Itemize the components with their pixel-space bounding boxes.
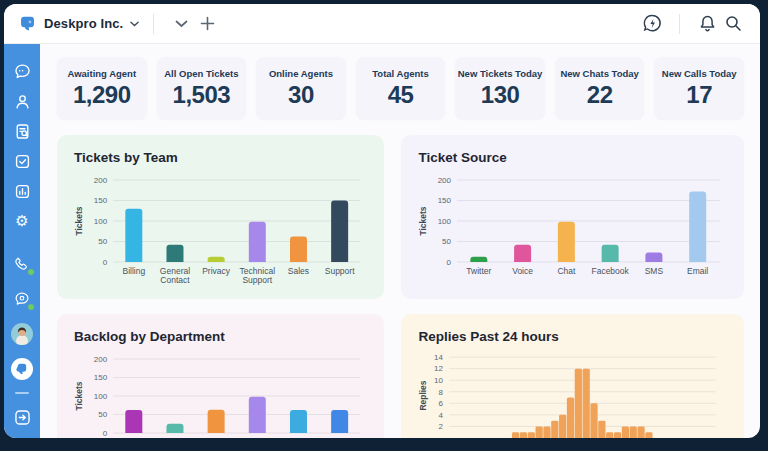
online-status-dot (27, 303, 35, 311)
stat-label: New Calls Today (662, 68, 737, 79)
svg-text:TechnicalSupport: TechnicalSupport (240, 266, 276, 285)
replies-past-24-hours-chart: 2468101214Replies (415, 349, 730, 438)
svg-text:12: 12 (435, 364, 444, 373)
user-avatar[interactable] (8, 319, 36, 349)
check-square-icon (13, 152, 32, 171)
svg-text:GeneralContact: GeneralContact (160, 266, 190, 285)
sidebar-item-agents[interactable] (8, 86, 36, 116)
svg-text:0: 0 (103, 258, 108, 267)
chart-card-ticket-source: Ticket Source 050100150200TicketsTwitter… (401, 135, 744, 299)
svg-text:6: 6 (439, 399, 444, 408)
svg-text:50: 50 (98, 410, 107, 419)
svg-text:50: 50 (98, 237, 107, 246)
svg-text:Tickets: Tickets (74, 381, 84, 410)
tab-dropdown-button[interactable] (168, 11, 194, 37)
svg-text:Replies: Replies (418, 380, 428, 410)
stat-label: Awaiting Agent (67, 68, 136, 79)
plus-icon (200, 16, 215, 31)
quick-actions-button[interactable] (639, 11, 665, 37)
stat-value: 130 (481, 81, 520, 109)
bar-chart-icon (13, 182, 32, 201)
topbar-actions (639, 11, 746, 37)
deskpro-badge[interactable] (8, 354, 36, 384)
svg-text:14: 14 (435, 353, 444, 362)
chevron-down-icon (175, 20, 188, 28)
online-status-dot (27, 268, 35, 276)
deskpro-logo-icon (18, 14, 37, 33)
stat-label: Total Agents (372, 68, 428, 79)
stat-value: 22 (587, 81, 613, 109)
sidebar-item-chat-status[interactable] (8, 284, 36, 314)
svg-text:150: 150 (438, 196, 452, 205)
search-button[interactable] (720, 11, 746, 37)
svg-text:8: 8 (439, 388, 444, 397)
svg-text:100: 100 (438, 217, 452, 226)
ticket-source-chart: 050100150200TicketsTwitterVoiceChatFaceb… (415, 170, 730, 292)
backlog-by-department-chart: 050100150200Tickets (71, 349, 370, 438)
svg-text:Billing: Billing (122, 266, 145, 276)
collapse-sidebar-button[interactable] (8, 402, 36, 432)
svg-text:100: 100 (94, 392, 108, 401)
stat-card-awaiting-agent: Awaiting Agent 1,290 (57, 57, 147, 119)
org-switcher[interactable]: Deskpro Inc. (18, 14, 139, 33)
svg-text:150: 150 (94, 373, 108, 382)
svg-text:100: 100 (94, 217, 108, 226)
org-name: Deskpro Inc. (44, 16, 123, 31)
search-icon (724, 14, 743, 33)
stat-value: 1,503 (173, 81, 231, 109)
dashboard-main: Awaiting Agent 1,290 All Open Tickets 1,… (40, 44, 760, 438)
document-search-icon (13, 122, 32, 141)
stat-label: New Chats Today (560, 68, 638, 79)
charts-grid: Tickets by Team 050100150200TicketsBilli… (57, 135, 744, 438)
svg-text:50: 50 (443, 237, 452, 246)
topbar-divider (153, 14, 154, 34)
stat-card-new-calls-today: New Calls Today 17 (654, 57, 744, 119)
svg-text:200: 200 (438, 176, 452, 185)
chart-card-replies-past-24-hours: Replies Past 24 hours 2468101214Replies (401, 314, 744, 438)
avatar (11, 323, 33, 345)
svg-text:150: 150 (94, 196, 108, 205)
arrow-right-square-icon (13, 408, 32, 427)
svg-text:SMS: SMS (645, 266, 664, 276)
sidebar-item-phone-status[interactable] (8, 249, 36, 279)
sidebar-bottom (8, 249, 36, 432)
stat-card-new-chats-today: New Chats Today 22 (555, 57, 645, 119)
svg-text:200: 200 (94, 355, 108, 364)
svg-text:4: 4 (439, 411, 444, 420)
svg-text:Tickets: Tickets (74, 206, 84, 235)
chart-card-backlog-by-department: Backlog by Department 050100150200Ticket… (57, 314, 384, 438)
sidebar-item-search-records[interactable] (8, 116, 36, 146)
new-tab-button[interactable] (194, 11, 220, 37)
svg-text:Twitter: Twitter (467, 266, 492, 276)
topbar-divider (679, 14, 680, 34)
svg-text:Chat: Chat (558, 266, 577, 276)
chart-title: Replies Past 24 hours (418, 329, 730, 344)
chart-card-tickets-by-team: Tickets by Team 050100150200TicketsBilli… (57, 135, 384, 299)
app-window: Deskpro Inc. (4, 4, 760, 438)
svg-text:Email: Email (688, 266, 709, 276)
svg-text:0: 0 (103, 429, 108, 438)
stat-card-total-agents: Total Agents 45 (356, 57, 446, 119)
svg-text:Facebook: Facebook (592, 266, 630, 276)
sidebar: ⚙ (4, 44, 40, 438)
stat-label: All Open Tickets (164, 68, 238, 79)
chat-bubble-icon (13, 62, 32, 81)
body-row: ⚙ (4, 44, 760, 438)
svg-text:Privacy: Privacy (202, 266, 231, 276)
stat-value: 45 (388, 81, 414, 109)
notifications-button[interactable] (694, 11, 720, 37)
svg-text:Tickets: Tickets (418, 206, 428, 235)
svg-text:Voice: Voice (513, 266, 534, 276)
sidebar-divider (15, 392, 29, 394)
bell-icon (698, 14, 717, 34)
tickets-by-team-chart: 050100150200TicketsBillingGeneralContact… (71, 170, 370, 292)
stat-value: 17 (686, 81, 712, 109)
svg-text:10: 10 (435, 376, 444, 385)
sidebar-item-settings[interactable]: ⚙ (8, 206, 36, 236)
sidebar-item-tasks[interactable] (8, 146, 36, 176)
chart-title: Backlog by Department (74, 329, 370, 344)
sidebar-item-conversations[interactable] (8, 56, 36, 86)
sidebar-item-reports[interactable] (8, 176, 36, 206)
gear-icon: ⚙ (15, 214, 28, 229)
svg-text:Support: Support (325, 266, 355, 276)
